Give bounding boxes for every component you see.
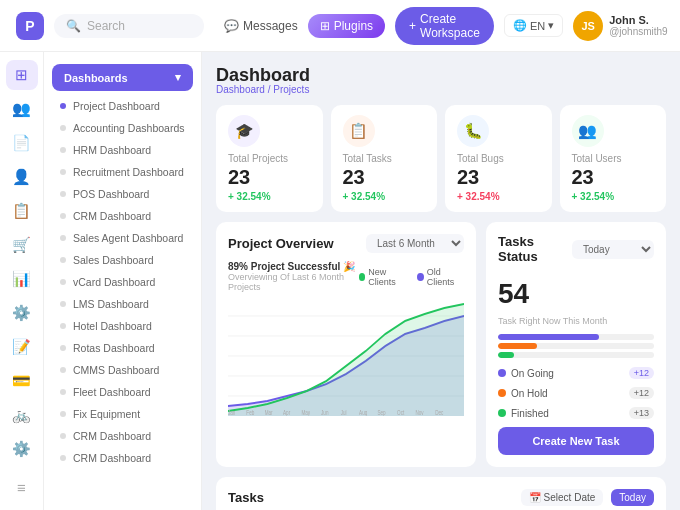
sidebar-item-hrm[interactable]: HRM Dashboard: [44, 139, 201, 161]
sidebar-icon-tasks[interactable]: 📋: [6, 196, 38, 226]
sidebar-item-fix[interactable]: Fix Equipment: [44, 403, 201, 425]
sidebar-item-fleet[interactable]: Fleet Dashboard: [44, 381, 201, 403]
sidebar-item-crm2[interactable]: CRM Dashboard: [44, 425, 201, 447]
project-chart: Jan Feb Mar Apr May Jun Jul Aug Sep Oct …: [228, 296, 464, 416]
sidebar-icon-config[interactable]: ⚙️: [6, 434, 38, 464]
stat-label: Total Users: [572, 153, 655, 164]
status-text: On Hold: [511, 388, 548, 399]
sidebar-item-accounting[interactable]: Accounting Dashboards: [44, 117, 201, 139]
sidebar-item-lms[interactable]: LMS Dashboard: [44, 293, 201, 315]
tasks-date-select[interactable]: Today This Week: [572, 240, 654, 259]
item-dot: [60, 455, 66, 461]
status-ongoing: On Going +12: [498, 367, 654, 379]
sidebar-item-label: Hotel Dashboard: [73, 320, 152, 332]
sidebar-item-project-dashboard[interactable]: Project Dashboard: [44, 95, 201, 117]
plugins-button[interactable]: ⊞ Plugins: [308, 14, 385, 38]
sidebar-item-label: vCard Dashboard: [73, 276, 155, 288]
stat-change: + 32.54%: [457, 191, 540, 202]
sidebar-item-label: Sales Dashboard: [73, 254, 154, 266]
create-workspace-label: Create Workspace: [420, 12, 480, 40]
sidebar-item-label: Fix Equipment: [73, 408, 140, 420]
sidebar-icon-bike[interactable]: 🚲: [6, 400, 38, 430]
sidebar-icon-notes[interactable]: 📝: [6, 332, 38, 362]
progress-bar-wrap: [498, 334, 654, 340]
progress-bar-wrap: [498, 352, 654, 358]
item-dot: [60, 279, 66, 285]
stat-card-projects: 🎓 Total Projects 23 + 32.54%: [216, 105, 323, 212]
sidebar-icon-analytics[interactable]: 📊: [6, 264, 38, 294]
logo-icon: P: [16, 12, 44, 40]
plugins-icon: ⊞: [320, 19, 330, 33]
menu-group-header[interactable]: Dashboards ▾: [52, 64, 193, 91]
user-id: @johnsmith9: [609, 26, 668, 37]
sidebar-item-label: CMMS Dashboard: [73, 364, 159, 376]
today-button[interactable]: Today: [611, 489, 654, 506]
messages-button[interactable]: 💬 Messages: [224, 19, 298, 33]
stat-card-users: 👥 Total Users 23 + 32.54%: [560, 105, 667, 212]
svg-text:Mar: Mar: [265, 409, 273, 416]
progress-bar-fill: [498, 352, 514, 358]
sidebar-item-cmms[interactable]: CMMS Dashboard: [44, 359, 201, 381]
sidebar-item-vcard[interactable]: vCard Dashboard: [44, 271, 201, 293]
status-badge: +13: [629, 407, 654, 419]
sidebar-item-sales[interactable]: Sales Dashboard: [44, 249, 201, 271]
stat-label: Total Projects: [228, 153, 311, 164]
card-header: Project Overview Last 6 Month Last 12 Mo…: [228, 234, 464, 253]
sidebar-item-sales-agent[interactable]: Sales Agent Dashboard: [44, 227, 201, 249]
tasks-status-card: Tasks Status Today This Week 54 Task Rig…: [486, 222, 666, 467]
sidebar-item-rotas[interactable]: Rotas Dashboard: [44, 337, 201, 359]
progress-bar-wrap: [498, 343, 654, 349]
legend-new: New Clients: [359, 267, 409, 287]
sidebar-item-label: Sales Agent Dashboard: [73, 232, 183, 244]
sidebar-icons: ⊞ 👥 📄 👤 📋 🛒 📊 ⚙️ 📝 💳 🚲 ⚙️ ≡: [0, 52, 44, 510]
item-dot: [60, 191, 66, 197]
sidebar-icon-card[interactable]: 💳: [6, 366, 38, 396]
status-label: On Hold: [498, 388, 548, 399]
create-workspace-button[interactable]: + Create Workspace: [395, 7, 494, 45]
sidebar-icon-cart[interactable]: 🛒: [6, 230, 38, 260]
messages-icon: 💬: [224, 19, 239, 33]
date-range-select[interactable]: Last 6 Month Last 12 Month: [366, 234, 464, 253]
item-dot: [60, 411, 66, 417]
tasks-icon: 📋: [343, 115, 375, 147]
select-date-button[interactable]: 📅 Select Date: [521, 489, 604, 506]
svg-text:Sep: Sep: [377, 409, 386, 416]
stat-card-bugs: 🐛 Total Bugs 23 + 32.54%: [445, 105, 552, 212]
status-dot: [498, 369, 506, 377]
sidebar-icon-dashboard[interactable]: ⊞: [6, 60, 38, 90]
sidebar-item-hotel[interactable]: Hotel Dashboard: [44, 315, 201, 337]
stat-change: + 32.54%: [343, 191, 426, 202]
create-new-task-button[interactable]: Create New Task: [498, 427, 654, 455]
sidebar-item-recruitment[interactable]: Recruitment Dashboard: [44, 161, 201, 183]
item-dot: [60, 213, 66, 219]
projects-icon: 🎓: [228, 115, 260, 147]
legend-label: New Clients: [368, 267, 409, 287]
mid-row: Project Overview Last 6 Month Last 12 Mo…: [216, 222, 666, 467]
plus-icon: +: [409, 19, 416, 33]
item-dot: [60, 125, 66, 131]
stat-value: 23: [343, 166, 426, 189]
user-name: John S.: [609, 14, 668, 26]
language-selector[interactable]: 🌐 EN ▾: [504, 14, 563, 37]
user-profile[interactable]: JS John S. @johnsmith9: [573, 11, 668, 41]
sidebar-icon-menu[interactable]: ≡: [6, 472, 38, 502]
svg-text:Jun: Jun: [321, 409, 328, 416]
sidebar-item-label: HRM Dashboard: [73, 144, 151, 156]
sidebar-item-label: CRM Dashboard: [73, 430, 151, 442]
sidebar-item-crm3[interactable]: CRM Dashboard: [44, 447, 201, 469]
tasks-table-title: Tasks: [228, 490, 264, 505]
status-label: On Going: [498, 368, 554, 379]
avatar: JS: [573, 11, 603, 41]
task-subtitle: Task Right Now This Month: [498, 316, 654, 326]
svg-text:Aug: Aug: [359, 409, 367, 416]
tasks-actions: 📅 Select Date Today: [521, 489, 654, 506]
item-dot: [60, 169, 66, 175]
sidebar-icon-profile[interactable]: 👤: [6, 162, 38, 192]
page-title: Dashboard: [216, 66, 666, 84]
sidebar-icon-users[interactable]: 👥: [6, 94, 38, 124]
sidebar-icon-documents[interactable]: 📄: [6, 128, 38, 158]
sidebar-item-crm[interactable]: CRM Dashboard: [44, 205, 201, 227]
sidebar-item-pos[interactable]: POS Dashboard: [44, 183, 201, 205]
search-bar[interactable]: 🔍 Search: [54, 14, 204, 38]
sidebar-icon-settings[interactable]: ⚙️: [6, 298, 38, 328]
